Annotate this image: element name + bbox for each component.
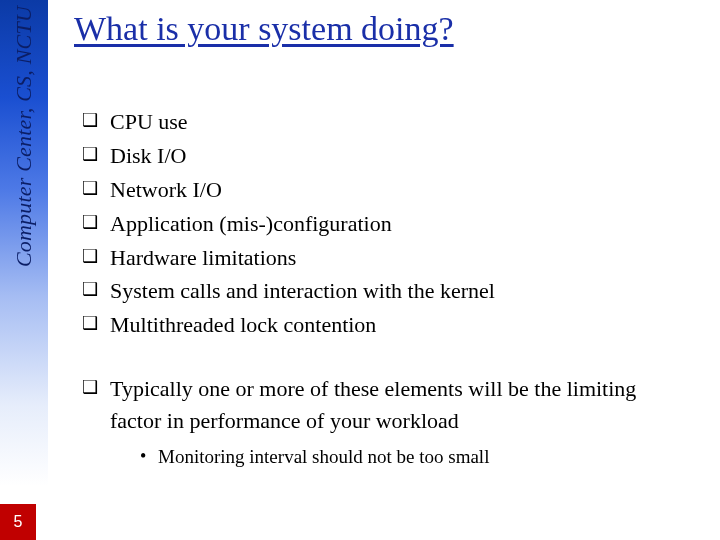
list-item-text: Typically one or more of these elements … [110,376,636,433]
list-item: CPU use [82,106,692,138]
list-item-text: Hardware limitations [110,245,296,270]
list-item-text: CPU use [110,109,188,134]
list-item: Network I/O [82,174,692,206]
list-item: Multithreaded lock contention [82,309,692,341]
spacer [82,343,692,371]
slide: Computer Center, CS, NCTU What is your s… [0,0,720,540]
list-item: System calls and interaction with the ke… [82,275,692,307]
slide-title: What is your system doing? [74,10,454,48]
bullet-list-b: Typically one or more of these elements … [82,373,692,470]
sidebar-label: Computer Center, CS, NCTU [0,6,48,267]
sub-list: Monitoring interval should not be too sm… [110,443,692,471]
list-item-text: Network I/O [110,177,222,202]
page-number: 5 [14,513,23,531]
sub-list-item: Monitoring interval should not be too sm… [110,443,692,471]
sub-list-item-text: Monitoring interval should not be too sm… [158,446,489,467]
list-item-text: Disk I/O [110,143,186,168]
list-item: Application (mis-)configuration [82,208,692,240]
list-item: Typically one or more of these elements … [82,373,692,470]
list-item-text: Application (mis-)configuration [110,211,392,236]
bullet-list-a: CPU use Disk I/O Network I/O Application… [82,106,692,341]
list-item: Disk I/O [82,140,692,172]
page-number-badge: 5 [0,504,36,540]
list-item: Hardware limitations [82,242,692,274]
slide-body: CPU use Disk I/O Network I/O Application… [82,104,692,473]
list-item-text: Multithreaded lock contention [110,312,376,337]
list-item-text: System calls and interaction with the ke… [110,278,495,303]
